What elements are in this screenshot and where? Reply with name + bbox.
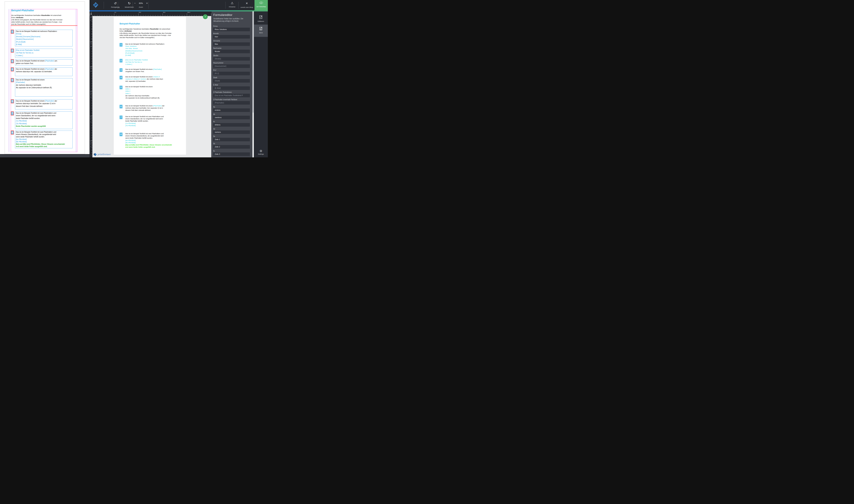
ruler-origin-marker (91, 14, 92, 15)
preview-doc-intro: Die nachfolgenden Textrahmen beinhalten … (11, 14, 63, 25)
field-label: Anrede (213, 33, 250, 35)
h-ruler-label: 49.8 (139, 12, 141, 13)
scrollbar-thumb[interactable] (252, 12, 254, 113)
sidebar-subtitle: Vordefinierte Felder hier ausfüllen. Die… (213, 18, 249, 22)
doc-item-text-6: Das ist ein Beispiel-Textfeld mit einem … (125, 105, 164, 111)
zoom-in-button[interactable]: + (146, 2, 148, 5)
warning-triangle-icon: ⚠ (226, 1, 238, 5)
form-field-row: 4cdrittens (213, 121, 250, 127)
form-field-row: 5cZeile 3 (213, 150, 250, 157)
v-ruler-label: 149.4 (90, 91, 91, 98)
horizontal-ruler (89, 12, 211, 16)
item-badge-4: 4 (11, 68, 14, 71)
preview-doc-title: Beispiel-Platzhalter (11, 9, 34, 12)
overset-indicator-line (11, 25, 77, 26)
field-input-4b[interactable]: zweitens (213, 116, 250, 119)
field-input-anrede[interactable]: Herr (213, 35, 250, 39)
printformer-editor: Beispiel-Platzhalter Die nachfolgenden T… (0, 0, 268, 157)
field-input-straße[interactable]: [Straße] (213, 57, 250, 60)
zoom-out-button[interactable]: − (134, 2, 136, 5)
preview-button[interactable]: zur Vorschau (255, 0, 268, 10)
field-input-4d[interactable]: viertens (213, 130, 250, 134)
item-badge-3: 3 (11, 59, 14, 63)
field-input-5a[interactable]: Zeile 1 (213, 138, 250, 141)
toolbar-divider (104, 2, 104, 8)
doc-item-text-2: [Das ist ein Platzhalter-Textfeldmit Pla… (125, 59, 147, 66)
v-ruler-label: 0.0 (90, 17, 91, 21)
field-label: Straße (213, 55, 250, 57)
strict-mode-button[interactable]: Strict (254, 26, 268, 34)
settings-button[interactable]: ⚙ Settings (254, 149, 268, 155)
field-input-stadt[interactable]: [Stadt] (213, 79, 250, 83)
field-label: 4d (213, 128, 250, 130)
doc-item-badge-6: 6 (120, 105, 122, 108)
field-label: 3 Platzhalter innerhalb Fließtext (213, 98, 250, 101)
preview-item-text-4: Das ist ein Beispiel-Textfeld mit einem … (16, 68, 57, 73)
field-input-5b[interactable]: Zeile 2 (213, 145, 250, 149)
vertical-ruler (89, 16, 92, 157)
chevron-right-icon: › (205, 15, 206, 18)
form-field-row: 5bZeile 2 (213, 143, 250, 149)
field-label: PLZ (213, 69, 250, 71)
item-badge-8: 8 (11, 130, 14, 134)
item-badge-2: 2 (11, 49, 14, 53)
field-label: 4b (213, 113, 250, 115)
doc-item-text-3: Das ist ein Beispiel-Textfeld mit einem … (125, 68, 162, 73)
field-input-plz[interactable]: [PLZ] (213, 72, 250, 75)
doc-item-text-8: Das ist ein Beispiel-Textfeld mit zwei P… (125, 132, 172, 148)
field-input-firma[interactable]: Rissc Solutions (213, 28, 250, 31)
field-input-2-platzhater-textrahmen[interactable]: [Das ist ein Platzhalter-Textfeldmit P (213, 94, 250, 97)
field-input-nachname[interactable]: Muster (213, 50, 250, 53)
back-to-shop-button[interactable]: ✕ zurück zum Shop (239, 2, 255, 8)
form-field-row: NachnameMuster (213, 47, 250, 54)
collapse-sidebar-button[interactable]: › (203, 14, 208, 19)
preview-panel-footer (0, 154, 89, 157)
zoom-control: − 80% + Zoom (134, 2, 148, 8)
form-field-row: AnredeHerr (213, 33, 250, 39)
field-label: 5c (213, 150, 250, 152)
form-field-row: Hausnummer[Hausnummer] (213, 62, 250, 69)
field-label: Hausnummer (213, 62, 250, 64)
field-input-3-platzhalter-innerhalb-fließtext[interactable]: [Platzhalter] (213, 101, 250, 105)
v-ruler-label: 49.8 (90, 42, 91, 47)
h-ruler-label: 99.6 (163, 12, 165, 13)
form-field-row: FirmaRissc Solutions (213, 25, 250, 32)
printformer-logo-icon: P (92, 2, 99, 9)
field-input-5c[interactable]: Zeile 3 (213, 152, 250, 156)
field-input-e-mail[interactable]: [E-Mail] (213, 86, 250, 90)
form-field-row: Straße[Straße] (213, 55, 250, 61)
field-input-4a[interactable]: erstens (213, 108, 250, 112)
preview-item-text-3: Das ist ein Beispiel-Textfeld mit einem … (16, 59, 57, 65)
preview-item-text-1: Das ist ein Beispiel-Textfeld mit mehrer… (16, 30, 57, 46)
doc-title: Beispiel-Platzhalter (120, 22, 140, 25)
form-field-row: Stadt[Stadt] (213, 77, 250, 84)
preview-item-text-6: Das ist ein Beispiel-Textfeld mit einem … (16, 100, 57, 108)
doc-item-badge-2: 2 (120, 59, 122, 62)
hints-button[interactable]: ⚠ Hinweise (226, 1, 238, 8)
form-field-row: 2 Platzhater-Textrahmen[Das ist ein Plat… (213, 91, 250, 98)
doc-item-badge-5: 5 (120, 86, 122, 89)
toolbar-divider (225, 2, 226, 8)
doc-item-text-1: Das ist ein Beispiel-Textfeld mit mehrer… (125, 43, 165, 56)
printformer-watermark: P printformer (93, 152, 127, 157)
v-ruler-label: 199.2 (90, 116, 91, 123)
sidebar-scrollbar[interactable] (252, 12, 254, 157)
preview-item-text-2: [Das ist ein Platzhalter-Textfeldmit Pla… (16, 49, 39, 57)
field-label: 5a (213, 136, 250, 138)
doc-intro: Die nachfolgenden Textrahmen beinhalten … (120, 28, 172, 39)
item-badge-7: 7 (11, 111, 14, 115)
item-badge-5: 5 (11, 78, 14, 82)
field-label: 4a (213, 106, 250, 108)
doc-item-badge-7: 7 (120, 115, 122, 119)
v-ruler-label: 99.6 (90, 67, 91, 72)
field-input-vorname[interactable]: Max (213, 42, 250, 46)
field-input-hausnummer[interactable]: [Hausnummer] (213, 64, 250, 68)
item-badge-1: 1 (11, 30, 14, 34)
zoom-value: 80% (139, 2, 143, 4)
field-label: 2 Platzhater-Textrahmen (213, 91, 250, 93)
guide-line-left (9, 9, 9, 152)
edit-mode-button[interactable]: Editieren (254, 15, 268, 22)
field-label: Nachname (213, 47, 250, 49)
form-field-row: 4bzweitens (213, 113, 250, 120)
field-input-4c[interactable]: drittens (213, 123, 250, 127)
